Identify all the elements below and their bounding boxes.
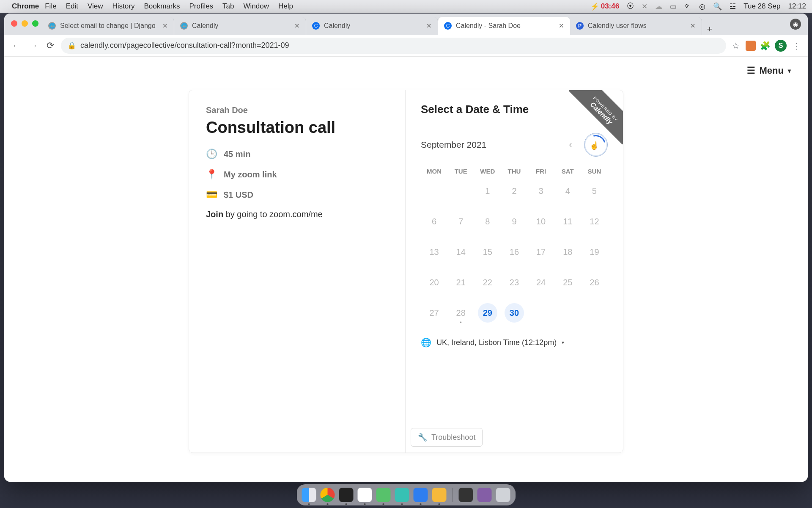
dock-folder-1[interactable] [459,488,473,502]
dock-terminal[interactable] [339,488,354,502]
dock-chrome[interactable] [321,488,335,502]
globe-icon: 🌐 [421,337,431,348]
wifi-icon[interactable]: ᯤ [684,2,691,11]
day-blank [447,181,474,201]
day-14: 14 [447,242,474,262]
event-title: Consultation call [206,119,388,137]
dock-finder[interactable] [302,488,316,502]
timezone-text: UK, Ireland, Lisbon Time (12:12pm) [436,338,557,347]
back-button[interactable]: ← [10,40,23,51]
booking-card: Sarah Doe Consultation call 🕒 45 min 📍 M… [189,90,623,453]
status-icon-3[interactable]: ☁ [655,2,662,11]
menu-profiles[interactable]: Profiles [189,2,213,11]
duration-row: 🕒 45 min [206,149,388,160]
status-icon-2[interactable]: ✕ [642,2,647,11]
day-blank [581,303,608,323]
globe-icon: 🌐 [180,22,188,30]
url-text: calendly.com/pagecollective/consultation… [80,41,289,50]
menu-file[interactable]: File [45,2,56,11]
day-7: 7 [447,211,474,232]
day-blank [554,303,581,323]
day-18: 18 [554,242,581,262]
page-menu-button[interactable]: ☰ Menu ▾ [747,65,791,76]
close-tab-icon[interactable]: ✕ [294,22,300,30]
menu-history[interactable]: History [112,2,134,11]
tab-0[interactable]: 🌐 Select email to change | Django ✕ [42,17,174,35]
day-9: 9 [501,211,527,232]
close-window-button[interactable] [11,20,17,27]
tab-3[interactable]: C Calendly - Sarah Doe ✕ [438,17,570,35]
tab-2[interactable]: C Calendly ✕ [306,17,438,35]
forward-button[interactable]: → [27,40,40,51]
next-month-button[interactable]: ☝ [584,133,608,157]
tabstrip-avatar[interactable]: ◉ [790,19,801,30]
menu-window[interactable]: Window [244,2,269,11]
status-icon-1[interactable]: ⦿ [627,2,634,11]
duration-text: 45 min [224,149,250,159]
day-27: 27 [421,303,447,323]
day-blank [528,303,554,323]
profile-avatar[interactable]: S [775,40,787,52]
menubar-time[interactable]: 12:12 [788,2,806,11]
battery-icon[interactable]: ▭ [670,2,677,11]
dock-app-green[interactable] [376,488,391,502]
spotlight-icon[interactable]: 🔍 [713,2,722,11]
menu-bookmarks[interactable]: Bookmarks [144,2,180,11]
dock-folder-2[interactable] [477,488,492,502]
bookmark-star-icon[interactable]: ☆ [730,41,741,51]
day-29[interactable]: 29 [474,303,501,323]
host-name: Sarah Doe [206,105,388,115]
cursor-icon: ☝ [590,141,599,150]
extension-metamask-icon[interactable] [746,41,756,51]
siri-icon[interactable]: ☳ [730,2,736,11]
chrome-menu-icon[interactable]: ⋮ [791,41,802,51]
dock-trash[interactable] [496,488,510,502]
dock-app-teal[interactable] [395,488,409,502]
day-13: 13 [421,242,447,262]
tab-1[interactable]: 🌐 Calendly ✕ [174,17,306,35]
extensions-icon[interactable]: 🧩 [760,41,771,51]
caret-down-icon: ▾ [788,67,791,74]
menu-help[interactable]: Help [278,2,293,11]
day-8: 8 [474,211,501,232]
troubleshoot-button[interactable]: 🔧 Troubleshoot [411,428,483,447]
day-30[interactable]: 30 [501,303,527,323]
day-19: 19 [581,242,608,262]
day-3: 3 [528,181,554,201]
close-tab-icon[interactable]: ✕ [426,22,432,30]
menu-tab[interactable]: Tab [222,2,234,11]
dock-app-blue[interactable] [414,488,428,502]
page-content: ☰ Menu ▾ Sarah Doe Consultation call 🕒 4… [4,57,808,482]
new-tab-button[interactable]: + [702,24,717,35]
menubar-date[interactable]: Tue 28 Sep [743,2,780,11]
minimize-window-button[interactable] [22,20,28,27]
control-center-icon[interactable]: ◎ [699,2,705,11]
day-grid: 1234567891011121314151617181920212223242… [421,181,608,323]
fullscreen-window-button[interactable] [32,20,38,27]
lock-icon[interactable]: 🔒 [68,41,76,50]
tab-4[interactable]: P Calendly user flows ✕ [570,17,702,35]
day-15: 15 [474,242,501,262]
dock-app-bolt[interactable] [432,488,447,502]
close-tab-icon[interactable]: ✕ [162,22,168,30]
battery-indicator[interactable]: ⚡03:46 [590,2,619,11]
location-row: 📍 My zoom link [206,169,388,180]
address-bar[interactable]: 🔒 calendly.com/pagecollective/consultati… [61,38,726,54]
day-21: 21 [447,272,474,293]
clock-icon: 🕒 [206,149,217,160]
macos-dock [297,484,516,505]
day-25: 25 [554,272,581,293]
caret-down-icon: ▾ [562,340,564,345]
timezone-selector[interactable]: 🌐 UK, Ireland, Lisbon Time (12:12pm) ▾ [421,337,608,348]
weekday-mon: MON [421,165,447,177]
window-controls [11,20,38,27]
weekday-thu: THU [501,165,527,177]
reload-button[interactable]: ⟳ [44,40,57,51]
close-tab-icon[interactable]: ✕ [690,22,696,30]
dock-notes[interactable] [358,488,372,502]
menu-view[interactable]: View [88,2,103,11]
menu-edit[interactable]: Edit [66,2,78,11]
menubar-appname[interactable]: Chrome [12,2,39,11]
menu-label: Menu [760,65,784,76]
close-tab-icon[interactable]: ✕ [559,22,564,30]
